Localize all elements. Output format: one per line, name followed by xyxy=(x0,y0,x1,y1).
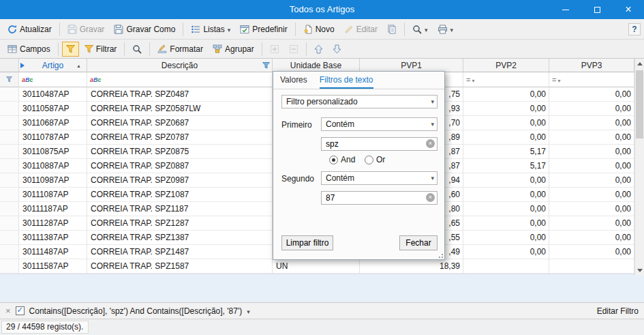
cell-artigo[interactable]: 30111387AP xyxy=(19,231,87,245)
cell-artigo[interactable]: 30110875AP xyxy=(19,145,87,159)
scrollbar-thumb[interactable] xyxy=(636,70,643,139)
cell-descricao[interactable]: CORREIA TRAP. SPZ1287 xyxy=(87,216,273,231)
print-button[interactable] xyxy=(433,22,458,37)
editar-filtro-button[interactable]: Editar Filtro xyxy=(597,306,639,316)
scroll-up-button[interactable] xyxy=(635,59,644,69)
cell-artigo[interactable]: 30110587AP xyxy=(19,102,87,116)
active-filter-funnel-icon[interactable] xyxy=(262,62,270,69)
cell-artigo[interactable]: 30111587AP xyxy=(19,259,87,274)
collapse-groups-button[interactable] xyxy=(285,42,303,57)
column-header-artigo[interactable]: Artigo xyxy=(19,59,87,72)
campos-button[interactable]: Campos xyxy=(3,42,55,57)
remove-filter-icon[interactable] xyxy=(5,307,11,315)
segundo-operator-select[interactable]: Contém xyxy=(321,171,438,185)
cell-pvp3[interactable]: 0,00 xyxy=(549,159,634,173)
cell-artigo[interactable]: 30111187AP xyxy=(19,202,87,216)
filter-cell-artigo[interactable]: aBc xyxy=(19,72,87,87)
novo-button[interactable]: Novo xyxy=(299,22,339,37)
cell-artigo[interactable]: 30110687AP xyxy=(19,116,87,130)
tab-filtros-de-texto[interactable]: Filtros de texto xyxy=(320,72,373,89)
clear-input-icon[interactable] xyxy=(426,193,435,202)
cell-descricao[interactable]: CORREIA TRAP. SPZ1487 xyxy=(87,245,273,259)
maximize-button[interactable] xyxy=(581,0,613,19)
column-header-pvp3[interactable]: PVP3 xyxy=(549,59,634,72)
fechar-button[interactable]: Fechar xyxy=(399,235,438,250)
table-row[interactable]: 30111587AP CORREIA TRAP. SPZ1587 UN 18,3… xyxy=(0,259,644,274)
agrupar-button[interactable]: Agrupar xyxy=(209,42,258,57)
expand-groups-button[interactable] xyxy=(266,42,283,57)
cell-pvp3[interactable]: 0,00 xyxy=(549,87,634,102)
cell-pvp2[interactable]: 0,00 xyxy=(463,216,549,231)
and-radio[interactable]: And xyxy=(329,155,355,164)
cell-artigo[interactable]: 30110787AP xyxy=(19,130,87,145)
listas-button[interactable]: Listas xyxy=(187,22,234,37)
cell-pvp3[interactable] xyxy=(549,259,634,274)
cell-pvp2[interactable]: 0,00 xyxy=(463,188,549,202)
primeiro-operator-select[interactable]: Contém xyxy=(321,117,438,131)
column-header-pvp1[interactable]: PVP1 xyxy=(360,59,463,72)
cell-pvp3[interactable]: 0,00 xyxy=(549,216,634,231)
filter-cell-pvp3[interactable]: = xyxy=(549,72,634,87)
cell-pvp2[interactable]: 0,00 xyxy=(463,245,549,259)
atualizar-button[interactable]: Atualizar xyxy=(3,22,56,37)
column-header-pvp2[interactable]: PVP2 xyxy=(463,59,549,72)
cell-pvp2[interactable]: 0,00 xyxy=(463,173,549,188)
gravar-como-button[interactable]: Gravar Como xyxy=(110,22,179,37)
cell-descricao[interactable]: CORREIA TRAP. SPZ0787 xyxy=(87,130,273,145)
primeiro-value-input[interactable] xyxy=(321,137,438,151)
search-button[interactable] xyxy=(408,22,432,37)
help-button[interactable]: ? xyxy=(628,23,641,35)
cell-pvp3[interactable]: 0,00 xyxy=(549,231,634,245)
cell-descricao[interactable]: CORREIA TRAP. SPZ1587 xyxy=(87,259,273,274)
cell-pvp2[interactable]: 0,00 xyxy=(463,87,549,102)
tab-valores[interactable]: Valores xyxy=(280,72,307,89)
cell-pvp3[interactable]: 0,00 xyxy=(549,116,634,130)
cell-descricao[interactable]: CORREIA TRAP. SPZ1187 xyxy=(87,202,273,216)
cell-pvp2[interactable]: 0,00 xyxy=(463,116,549,130)
close-button[interactable] xyxy=(613,0,644,19)
cell-pvp3[interactable]: 0,00 xyxy=(549,102,634,116)
editar-button[interactable]: Editar xyxy=(340,22,382,37)
limpar-filtro-button[interactable]: Limpar filtro xyxy=(281,235,333,250)
or-radio[interactable]: Or xyxy=(365,155,385,164)
cell-descricao[interactable]: CORREIA TRAP. SPZ0987 xyxy=(87,173,273,188)
cell-artigo[interactable]: 30110887AP xyxy=(19,159,87,173)
segundo-value-input[interactable] xyxy=(321,191,438,205)
cell-descricao[interactable]: CORREIA TRAP. SPZ0687 xyxy=(87,116,273,130)
filter-enabled-checkbox[interactable] xyxy=(16,306,25,315)
cell-pvp3[interactable]: 0,00 xyxy=(549,130,634,145)
cell-pvp3[interactable]: 0,00 xyxy=(549,173,634,188)
filter-toggle-button[interactable] xyxy=(62,42,79,57)
cell-pvp3[interactable]: 0,00 xyxy=(549,245,634,259)
cell-pvp2[interactable] xyxy=(463,259,549,274)
cell-descricao[interactable]: CORREIA TRAP. SPZ0487 xyxy=(87,87,273,102)
formatar-button[interactable]: Formatar xyxy=(153,42,207,57)
resize-grip[interactable] xyxy=(436,251,444,259)
cell-artigo[interactable]: 30110487AP xyxy=(19,87,87,102)
column-header-descricao[interactable]: Descrição xyxy=(87,59,273,72)
cell-artigo[interactable]: 30110987AP xyxy=(19,173,87,188)
cell-pvp2[interactable]: 0,00 xyxy=(463,102,549,116)
gravar-button[interactable]: Gravar xyxy=(63,22,109,37)
cell-descricao[interactable]: CORREIA TRAP. SPZ0875 xyxy=(87,145,273,159)
filter-cell-pvp2[interactable]: = xyxy=(463,72,549,87)
minimize-button[interactable] xyxy=(550,0,581,19)
cell-pvp2[interactable]: 5,17 xyxy=(463,159,549,173)
predefinir-button[interactable]: Predefinir xyxy=(236,22,291,37)
cell-descricao[interactable]: CORREIA TRAP. SPZ0887 xyxy=(87,159,273,173)
move-up-button[interactable] xyxy=(310,42,327,57)
vertical-scrollbar[interactable] xyxy=(634,59,644,276)
cell-descricao[interactable]: CORREIA TRAP. SPZ0587LW xyxy=(87,102,273,116)
grid-search-button[interactable] xyxy=(128,42,146,57)
cell-artigo[interactable]: 30111287AP xyxy=(19,216,87,231)
filter-preset-select[interactable]: Filtro personalizado xyxy=(281,95,438,108)
cell-descricao[interactable]: CORREIA TRAP. SPZ1387 xyxy=(87,231,273,245)
cell-unidade-base[interactable]: UN xyxy=(273,259,360,274)
clear-input-icon[interactable] xyxy=(426,139,435,148)
filter-cell-descricao[interactable]: aBc xyxy=(87,72,273,87)
move-down-button[interactable] xyxy=(328,42,346,57)
cell-artigo[interactable]: 30111087AP xyxy=(19,188,87,202)
cell-descricao[interactable]: CORREIA TRAP. SPZ1087 xyxy=(87,188,273,202)
cell-pvp1[interactable]: 18,39 xyxy=(360,259,463,274)
copy-document-button[interactable] xyxy=(383,22,401,37)
